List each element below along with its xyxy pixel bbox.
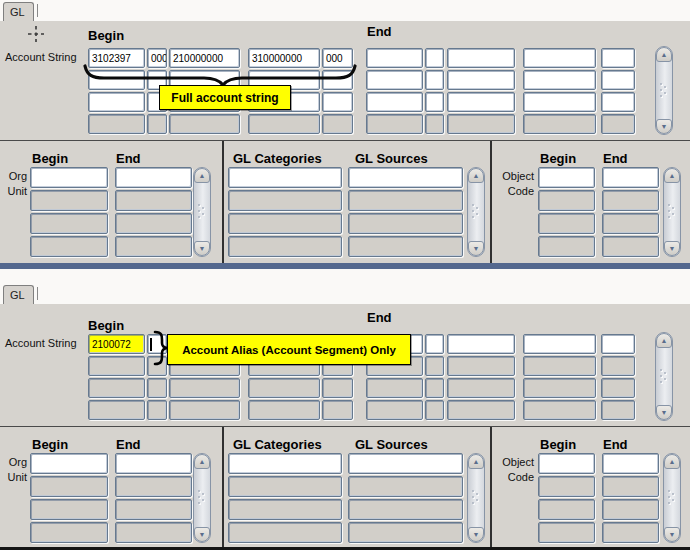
- scroll-up-button[interactable]: ▲: [656, 333, 672, 348]
- acct-end-seg3-field[interactable]: [447, 70, 515, 90]
- object-code-end-field[interactable]: [602, 167, 659, 188]
- gl-sources-field-disabled: [348, 190, 463, 211]
- acct-end-seg1-field[interactable]: [366, 70, 423, 90]
- tab-bar: [0, 269, 690, 304]
- acct-end-seg5-field[interactable]: [601, 92, 635, 112]
- acct-begin-seg5-field[interactable]: [322, 92, 353, 112]
- acct-begin-seg4-field-disabled: [248, 378, 320, 398]
- acct-end-seg4-field[interactable]: [523, 48, 596, 68]
- org-unit-begin-field[interactable]: [30, 167, 108, 188]
- account-grid-scrollbar[interactable]: ▲ ▼: [655, 332, 673, 421]
- scroll-down-button[interactable]: ▼: [656, 405, 672, 420]
- scrollbar-grip-icon: [472, 204, 474, 206]
- acct-end-seg3-field[interactable]: [447, 92, 515, 112]
- scroll-down-icon: ▼: [199, 531, 206, 538]
- gl-categories-field-disabled: [228, 476, 342, 497]
- acct-begin-seg1-field[interactable]: [88, 92, 145, 112]
- scroll-down-button[interactable]: ▼: [656, 119, 672, 134]
- acct-end-seg5-field[interactable]: [601, 48, 635, 68]
- scroll-up-button[interactable]: ▲: [468, 454, 484, 469]
- org-end-header: End: [116, 151, 141, 166]
- scroll-down-icon: ▼: [669, 245, 676, 252]
- object-code-begin-field[interactable]: [538, 167, 595, 188]
- org-unit-end-field[interactable]: [115, 453, 192, 474]
- scroll-down-button[interactable]: ▼: [664, 241, 680, 256]
- tab-gl[interactable]: GL: [3, 2, 34, 21]
- object-code-begin-field[interactable]: [538, 453, 595, 474]
- scrollbar-grip-icon: [668, 490, 670, 492]
- org-unit-begin-field-disabled: [30, 476, 108, 497]
- gl-sources-field[interactable]: [348, 453, 463, 474]
- acct-end-seg2-field[interactable]: [425, 334, 444, 354]
- acct-end-seg1-field[interactable]: [366, 48, 423, 68]
- org-unit-end-field-disabled: [115, 499, 192, 520]
- acct-end-seg4-field-disabled: [523, 378, 596, 398]
- acct-end-seg4-field[interactable]: [523, 334, 596, 354]
- object-code-begin-field-disabled: [538, 213, 595, 234]
- tooltip-full-account-string: Full account string: [159, 85, 291, 110]
- object-code-scrollbar[interactable]: ▲ ▼: [663, 453, 681, 543]
- acct-end-seg1-field[interactable]: [366, 92, 423, 112]
- scroll-up-icon: ▲: [473, 458, 480, 465]
- scroll-up-icon: ▲: [661, 337, 668, 344]
- vertical-divider: [490, 427, 492, 547]
- object-code-scrollbar[interactable]: ▲ ▼: [663, 167, 681, 257]
- acct-begin-seg3-field-disabled: [169, 114, 240, 134]
- org-end-header: End: [116, 437, 141, 452]
- scroll-up-icon: ▲: [669, 458, 676, 465]
- begin-header: Begin: [88, 28, 124, 43]
- gl-lists-scrollbar[interactable]: ▲ ▼: [467, 167, 485, 257]
- tab-gl[interactable]: GL: [3, 285, 34, 304]
- acct-end-seg3-field-disabled: [447, 378, 515, 398]
- acct-end-seg1-field-disabled: [366, 378, 423, 398]
- gl-categories-field-disabled: [228, 190, 342, 211]
- acct-begin-seg1-field-highlighted[interactable]: 2100072: [88, 334, 145, 354]
- scroll-down-button[interactable]: ▼: [468, 527, 484, 542]
- org-unit-scrollbar[interactable]: ▲ ▼: [193, 167, 211, 257]
- acct-end-seg5-field[interactable]: [601, 334, 635, 354]
- acct-end-seg2-field[interactable]: [425, 48, 444, 68]
- gl-categories-field[interactable]: [228, 167, 342, 188]
- acct-end-seg4-field[interactable]: [523, 70, 596, 90]
- acct-end-seg5-field-disabled: [601, 400, 635, 420]
- gl-sources-field[interactable]: [348, 167, 463, 188]
- gl-categories-field-disabled: [228, 213, 342, 234]
- gl-categories-field[interactable]: [228, 453, 342, 474]
- scroll-up-button[interactable]: ▲: [194, 454, 210, 469]
- scroll-down-button[interactable]: ▼: [194, 241, 210, 256]
- scrollbar-grip-icon: [472, 490, 474, 492]
- scroll-down-button[interactable]: ▼: [194, 527, 210, 542]
- acct-end-seg2-field[interactable]: [425, 92, 444, 112]
- acct-end-seg3-field[interactable]: [447, 48, 515, 68]
- scrollbar-grip-icon: [660, 83, 662, 85]
- acct-end-seg5-field[interactable]: [601, 70, 635, 90]
- acct-begin-seg2-field-disabled: [147, 400, 167, 420]
- vertical-divider: [490, 141, 492, 263]
- acct-end-seg4-field-disabled: [523, 114, 596, 134]
- object-code-end-field-disabled: [602, 190, 659, 211]
- gl-lists-scrollbar[interactable]: ▲ ▼: [467, 453, 485, 543]
- scroll-up-button[interactable]: ▲: [664, 168, 680, 183]
- account-grid-scrollbar[interactable]: ▲ ▼: [655, 46, 673, 135]
- end-header: End: [367, 310, 392, 325]
- object-code-end-field-disabled: [602, 236, 659, 257]
- scroll-down-button[interactable]: ▼: [664, 527, 680, 542]
- scroll-up-button[interactable]: ▲: [656, 47, 672, 62]
- acct-end-seg2-field[interactable]: [425, 70, 444, 90]
- org-unit-scrollbar[interactable]: ▲ ▼: [193, 453, 211, 543]
- object-code-begin-field-disabled: [538, 476, 595, 497]
- acct-end-seg3-field-disabled: [447, 114, 515, 134]
- acct-end-seg4-field[interactable]: [523, 92, 596, 112]
- scroll-up-button[interactable]: ▲: [194, 168, 210, 183]
- org-unit-begin-field-disabled: [30, 522, 108, 543]
- scroll-down-icon: ▼: [473, 531, 480, 538]
- org-unit-begin-field[interactable]: [30, 453, 108, 474]
- org-unit-end-field-disabled: [115, 522, 192, 543]
- scroll-up-button[interactable]: ▲: [468, 168, 484, 183]
- acct-end-seg3-field[interactable]: [447, 334, 515, 354]
- object-code-end-field[interactable]: [602, 453, 659, 474]
- org-unit-end-field[interactable]: [115, 167, 192, 188]
- acct-end-seg5-field-disabled: [601, 378, 635, 398]
- scroll-down-button[interactable]: ▼: [468, 241, 484, 256]
- scroll-up-button[interactable]: ▲: [664, 454, 680, 469]
